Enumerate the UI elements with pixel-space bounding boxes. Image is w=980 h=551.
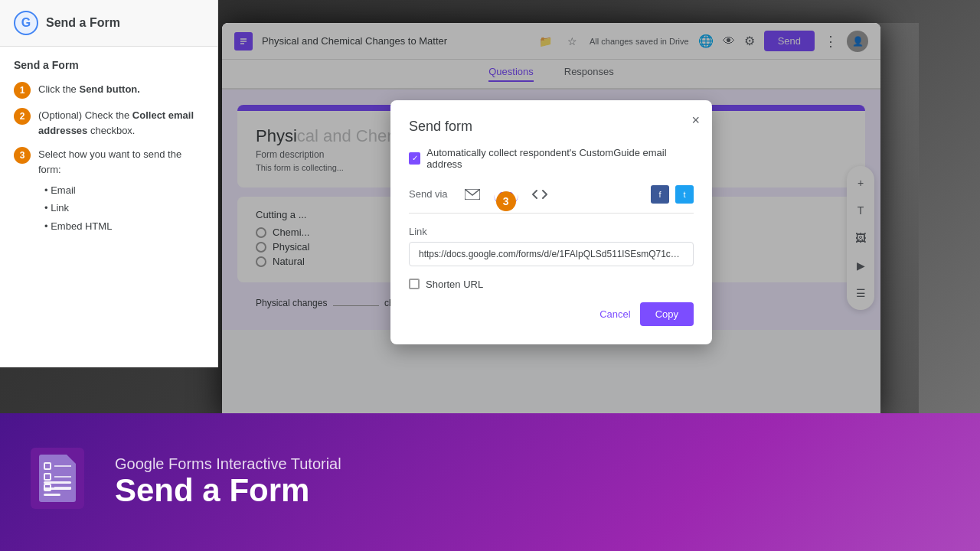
step-1-number: 1	[14, 82, 31, 99]
social-icons: f t	[651, 185, 694, 204]
step-2-number: 2	[14, 108, 31, 125]
via-embed-icon[interactable]	[528, 182, 552, 207]
send-via-icons: 3	[460, 182, 552, 207]
option-link: Link	[44, 199, 204, 217]
send-options-list: Email Link Embed HTML	[38, 181, 204, 235]
send-form-dialog: Send form × ✓ Automatically collect resp…	[390, 100, 712, 344]
link-section: Link https://docs.google.com/forms/d/e/1…	[409, 226, 694, 266]
step-3: 3 Select how you want to send the form: …	[14, 147, 204, 235]
via-email-icon[interactable]	[460, 182, 485, 207]
google-forms-ui: Physical and Chemical Changes to Matter …	[222, 23, 880, 421]
link-url-display: https://docs.google.com/forms/d/e/1FAIpQ…	[409, 242, 694, 266]
dialog-title: Send form	[409, 119, 694, 135]
link-label: Link	[409, 226, 694, 237]
dialog-actions: Cancel Copy	[409, 302, 694, 326]
banner-main-title: Send a Form	[115, 473, 341, 508]
sidebar-heading: Send a Form	[14, 59, 204, 71]
cancel-button[interactable]: Cancel	[599, 308, 630, 320]
sidebar-content: Send a Form 1 Click the Send button. 2 (…	[0, 47, 217, 256]
dialog-close-button[interactable]: ×	[691, 112, 700, 129]
step-1: 1 Click the Send button.	[14, 82, 204, 99]
banner-forms-icon	[31, 448, 92, 517]
banner-text: Google Forms Interactive Tutorial Send a…	[115, 455, 341, 508]
step-1-text: Click the Send button.	[38, 82, 140, 97]
collect-email-row: ✓ Automatically collect respondent's Cus…	[409, 147, 694, 170]
shorten-url-row: Shorten URL	[409, 279, 694, 290]
send-via-label: Send via	[409, 188, 448, 200]
step-3-badge: 3	[496, 191, 516, 211]
shorten-url-label: Shorten URL	[426, 279, 483, 290]
copy-button[interactable]: Copy	[640, 302, 694, 326]
collect-email-label: Automatically collect respondent's Custo…	[426, 147, 694, 170]
monitor-screen: Physical and Chemical Changes to Matter …	[222, 23, 880, 421]
bottom-banner: Google Forms Interactive Tutorial Send a…	[0, 413, 980, 551]
via-link-icon-wrap: 3	[494, 182, 518, 207]
option-embed: Embed HTML	[44, 217, 204, 235]
step-2: 2 (Optional) Check the Collect email add…	[14, 108, 204, 138]
send-via-row: Send via	[409, 182, 694, 214]
shorten-url-checkbox[interactable]	[409, 279, 420, 289]
option-email: Email	[44, 181, 204, 199]
step-3-number: 3	[14, 147, 31, 164]
facebook-icon[interactable]: f	[651, 185, 669, 204]
step-3-text: Select how you want to send the form: Em…	[38, 147, 204, 235]
sidebar-panel: G Send a Form Send a Form 1 Click the Se…	[0, 0, 218, 367]
sidebar-header: G Send a Form	[0, 0, 217, 47]
sidebar-title: Send a Form	[46, 16, 120, 30]
step-2-text: (Optional) Check the Collect email addre…	[38, 108, 204, 138]
cg-logo: G	[14, 11, 38, 35]
dialog-overlay: Send form × ✓ Automatically collect resp…	[222, 23, 880, 421]
collect-email-checkbox[interactable]: ✓	[409, 152, 420, 165]
banner-subtitle: Google Forms Interactive Tutorial	[115, 455, 341, 473]
twitter-icon[interactable]: t	[675, 185, 694, 204]
